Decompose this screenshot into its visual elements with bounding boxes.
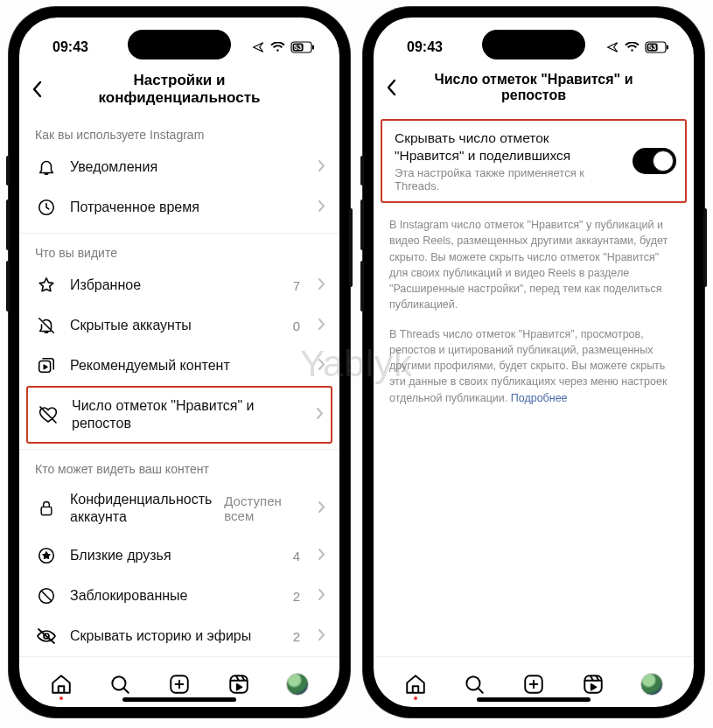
phone-right: 09:43 53 Число отметок "Нравится" и репо… [363,7,704,718]
learn-more-link[interactable]: Подробнее [511,392,568,404]
row-label: Скрытые аккаунты [70,317,281,334]
heart-off-icon [37,405,59,424]
row-meta: 7 [293,278,300,293]
home-icon [50,673,73,696]
row-label: Избранное [70,276,281,294]
battery-icon: 53 [290,41,315,53]
row-like-repost-count[interactable]: Число отметок "Нравится" и репостов [28,388,331,442]
wifi-icon [270,42,285,52]
chevron-left-icon [31,80,44,98]
tab-home[interactable] [398,667,433,702]
block-icon [35,586,58,606]
home-indicator[interactable] [122,697,236,702]
avatar [286,673,309,696]
row-muted-accounts[interactable]: Скрытые аккаунты 0 [19,305,339,346]
row-time-spent[interactable]: Потраченное время [19,187,339,228]
row-close-friends[interactable]: Близкие друзья 4 [19,536,339,576]
help-text-instagram: В Instagram число отметок "Нравится" у п… [374,212,694,321]
row-label: Потраченное время [70,199,305,216]
battery-icon: 53 [645,41,669,53]
navbar: Число отметок "Нравится" и репостов [374,65,694,116]
chevron-right-icon [318,200,325,216]
row-meta: 0 [293,318,300,333]
section-header-what-you-see: Что вы видите [19,237,339,265]
tab-profile[interactable] [634,667,669,702]
lock-icon [35,499,58,518]
chevron-right-icon [318,500,325,517]
tab-reels[interactable] [221,667,256,702]
setting-title: Скрывать число отметок "Нравится" и поде… [395,130,622,164]
section-header-who-sees: Кто может видеть ваш контент [19,453,339,481]
chevron-right-icon [318,548,325,564]
chevron-right-icon [318,318,325,334]
row-suggested-content[interactable]: Рекомендуемый контент [19,346,339,386]
reels-icon [582,673,605,696]
home-icon [404,673,427,696]
chevron-right-icon [318,628,325,645]
avatar [640,673,663,696]
row-blocked[interactable]: Заблокированные 2 [19,576,339,616]
search-icon [463,673,486,696]
svg-rect-6 [41,507,52,514]
tab-home[interactable] [44,667,79,702]
status-time: 09:43 [407,39,443,55]
tab-create[interactable] [516,667,551,702]
chevron-right-icon [318,588,325,605]
row-notifications[interactable]: Уведомления [19,147,339,187]
star-circle-icon [35,546,58,565]
search-icon [108,673,131,696]
plus-square-icon [168,673,191,696]
chevron-right-icon [318,159,325,176]
row-favorites[interactable]: Избранное 7 [19,265,339,305]
svg-text:53: 53 [648,43,657,52]
row-label: Число отметок "Нравится" и репостов [72,397,304,432]
navbar: Настройки и конфиденциальность [19,65,339,119]
eye-off-icon [35,627,58,645]
settings-content[interactable]: Как вы используете Instagram Уведомления… [19,119,339,656]
page-title: Число отметок "Нравится" и репостов [410,72,657,103]
row-label: Скрывать историю и эфиры [70,627,281,645]
airplane-icon [252,41,265,53]
dynamic-island [128,30,231,60]
tab-create[interactable] [162,667,197,702]
home-indicator[interactable] [477,697,591,702]
svg-text:53: 53 [294,43,303,52]
highlight-toggle-row: Скрывать число отметок "Нравится" и поде… [381,119,687,203]
phone-left: 09:43 53 Настройки и конфиденциальность … [9,7,350,718]
bell-off-icon [35,316,58,335]
clock-icon [35,198,58,217]
hide-likes-toggle[interactable] [633,148,676,174]
tab-search[interactable] [102,667,137,702]
back-button[interactable] [386,79,410,96]
help-text-threads: В Threads число отметок "Нравится", прос… [374,321,694,415]
bell-icon [35,158,58,177]
status-icons: 53 [252,41,315,53]
chevron-right-icon [318,358,325,374]
row-label: Конфиденциальность аккаунта [70,491,212,526]
highlight-like-count: Число отметок "Нравится" и репостов [26,386,332,444]
row-label: Рекомендуемый контент [70,357,305,374]
section-header-usage: Как вы используете Instagram [19,119,339,147]
row-label: Уведомления [70,158,305,176]
plus-square-icon [522,673,545,696]
row-meta: 2 [293,589,300,604]
row-meta: Доступен всем [224,494,300,523]
status-time: 09:43 [52,39,88,55]
svg-rect-2 [312,46,314,50]
row-meta: 2 [293,629,300,644]
play-rect-icon [35,356,58,375]
tab-reels[interactable] [576,667,611,702]
dynamic-island [482,30,585,60]
setting-subtitle: Эта настройка также применяется к Thread… [395,166,622,192]
row-label: Близкие друзья [70,547,281,564]
chevron-right-icon [316,407,324,424]
reels-icon [227,673,250,696]
row-label: Заблокированные [70,587,281,605]
back-button[interactable] [31,80,56,98]
row-account-privacy[interactable]: Конфиденциальность аккаунта Доступен все… [19,481,339,536]
tab-search[interactable] [457,667,492,702]
tab-profile[interactable] [280,667,315,702]
row-hide-story[interactable]: Скрывать историю и эфиры 2 [19,616,339,656]
svg-rect-19 [584,676,602,693]
page-title: Настройки и конфиденциальность [56,72,303,107]
